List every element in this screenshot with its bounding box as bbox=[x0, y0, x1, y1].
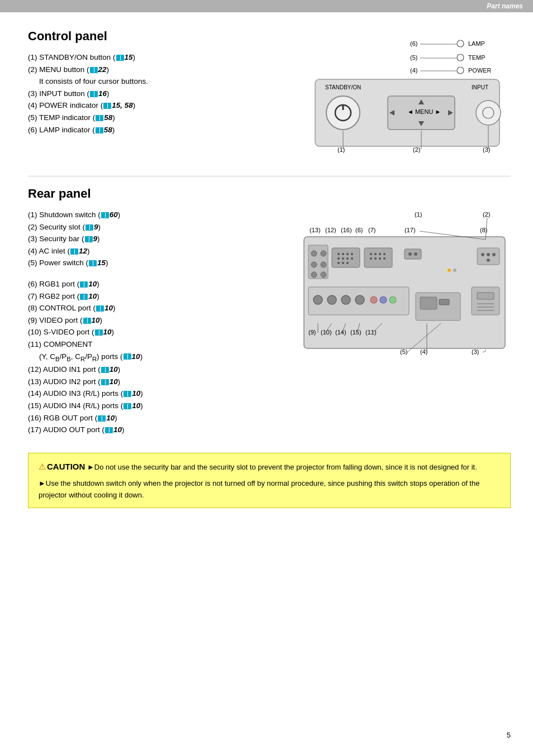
svg-point-54 bbox=[351, 253, 353, 255]
list-item: (6) LAMP indicator (58) bbox=[28, 124, 287, 136]
svg-text:(10): (10) bbox=[321, 329, 332, 336]
svg-point-52 bbox=[342, 253, 344, 255]
svg-text:(9): (9) bbox=[308, 329, 316, 336]
svg-point-43 bbox=[311, 251, 317, 256]
book-icon bbox=[123, 353, 131, 360]
svg-point-61 bbox=[346, 262, 349, 264]
svg-rect-49 bbox=[332, 248, 360, 267]
book-icon bbox=[90, 67, 98, 73]
list-item-indent: (Y, CB/PB, CR/PR) ports (10) bbox=[28, 351, 282, 364]
svg-text:(6): (6) bbox=[355, 227, 363, 233]
control-panel-list: (1) STANDBY/ON button (15) (2) MENU butt… bbox=[28, 51, 287, 136]
svg-point-15 bbox=[326, 96, 360, 130]
book-icon bbox=[116, 55, 124, 61]
svg-point-57 bbox=[346, 257, 349, 260]
svg-text:TEMP: TEMP bbox=[468, 54, 486, 61]
svg-point-55 bbox=[337, 257, 340, 260]
list-item: (3) INPUT button (16) bbox=[28, 88, 287, 100]
caution-line2: ►Use the shutdown switch only when the p… bbox=[39, 478, 500, 501]
svg-text:STANDBY/ON: STANDBY/ON bbox=[325, 84, 361, 90]
list-item: (17) AUDIO OUT port (10) bbox=[28, 424, 282, 436]
caution-title: CAUTION bbox=[47, 462, 85, 471]
svg-point-72 bbox=[414, 252, 417, 256]
svg-text:(6): (6) bbox=[410, 40, 417, 47]
svg-text:(5): (5) bbox=[410, 54, 417, 61]
list-item: (7) RGB2 port (10) bbox=[28, 290, 282, 303]
svg-point-79 bbox=[313, 295, 322, 304]
control-panel-svg: (6) (5) (4) LAMP TEMP POWER S bbox=[298, 29, 511, 157]
svg-text:(3): (3) bbox=[483, 146, 490, 153]
list-item: (5) TEMP indicator (58) bbox=[28, 112, 287, 124]
rear-panel-title: Rear panel bbox=[28, 186, 511, 201]
book-icon bbox=[123, 403, 131, 409]
svg-point-47 bbox=[311, 272, 317, 277]
svg-text:(14): (14) bbox=[335, 329, 346, 336]
book-icon bbox=[89, 260, 97, 266]
list-item: (11) COMPONENT bbox=[28, 338, 282, 351]
svg-point-81 bbox=[341, 295, 350, 304]
list-item: (6) RGB1 port (10) bbox=[28, 278, 282, 290]
list-item: (15) AUDIO IN4 (R/L) ports (10) bbox=[28, 400, 282, 412]
header-label: Part names bbox=[487, 2, 523, 10]
svg-text:LAMP: LAMP bbox=[468, 40, 485, 47]
section-divider bbox=[28, 176, 511, 176]
svg-point-45 bbox=[311, 262, 317, 267]
list-item: (13) AUDIO IN2 port (10) bbox=[28, 376, 282, 388]
svg-point-48 bbox=[321, 272, 326, 277]
caution-text1: ►Do not use the security bar and the sec… bbox=[87, 463, 477, 471]
list-item: (8) CONTROL port (10) bbox=[28, 302, 282, 314]
svg-point-71 bbox=[408, 252, 412, 256]
svg-point-62 bbox=[370, 253, 372, 255]
svg-point-24 bbox=[476, 101, 501, 125]
list-item: (1) STANDBY/ON button (15) bbox=[28, 51, 287, 64]
svg-point-51 bbox=[337, 253, 340, 255]
svg-point-68 bbox=[379, 257, 381, 260]
rear-panel-content: (1) Shutdown switch (60) (2) Security sl… bbox=[28, 209, 511, 436]
svg-rect-92 bbox=[477, 293, 494, 299]
svg-point-7 bbox=[457, 67, 464, 74]
book-icon bbox=[80, 294, 88, 300]
svg-text:INPUT: INPUT bbox=[472, 84, 488, 90]
svg-point-64 bbox=[379, 253, 381, 255]
book-icon bbox=[101, 212, 109, 218]
svg-text:(1): (1) bbox=[415, 211, 422, 218]
book-icon bbox=[83, 318, 91, 324]
book-icon bbox=[96, 127, 103, 133]
list-item: (14) AUDIO IN3 (R/L) ports (10) bbox=[28, 387, 282, 400]
svg-point-46 bbox=[321, 262, 326, 267]
control-panel-title: Control panel bbox=[28, 29, 287, 44]
book-icon bbox=[123, 391, 131, 397]
book-icon bbox=[103, 103, 111, 109]
svg-point-66 bbox=[370, 257, 372, 260]
control-panel-diagram: (6) (5) (4) LAMP TEMP POWER S bbox=[298, 29, 511, 159]
svg-text:◄ MENU ►: ◄ MENU ► bbox=[407, 108, 441, 115]
svg-text:(3): (3) bbox=[472, 348, 479, 355]
list-item: (9) VIDEO port (10) bbox=[28, 314, 282, 327]
svg-text:(5): (5) bbox=[400, 348, 407, 355]
svg-text:(11): (11) bbox=[365, 329, 377, 336]
svg-point-90 bbox=[453, 269, 456, 272]
book-icon bbox=[90, 91, 98, 97]
svg-text:(4): (4) bbox=[410, 67, 417, 74]
caution-line1: ⚠CAUTION ►Do not use the security bar an… bbox=[39, 460, 500, 473]
svg-point-60 bbox=[342, 262, 344, 264]
svg-rect-70 bbox=[404, 249, 421, 259]
svg-point-58 bbox=[351, 257, 353, 260]
svg-point-67 bbox=[374, 257, 377, 260]
rear-panel-text: (1) Shutdown switch (60) (2) Security sl… bbox=[28, 209, 282, 436]
svg-point-3 bbox=[457, 40, 464, 47]
svg-point-80 bbox=[327, 295, 336, 304]
book-icon bbox=[70, 248, 78, 255]
book-icon bbox=[85, 236, 93, 242]
svg-point-77 bbox=[487, 259, 490, 262]
svg-rect-87 bbox=[420, 297, 437, 309]
header-bar: Part names bbox=[0, 0, 533, 12]
book-icon bbox=[80, 281, 88, 288]
svg-point-84 bbox=[380, 296, 387, 303]
svg-point-63 bbox=[374, 253, 377, 255]
caution-text2: ►Use the shutdown switch only when the p… bbox=[39, 479, 479, 499]
svg-text:(2): (2) bbox=[413, 146, 420, 153]
list-item-indent: It consists of four cursor buttons. bbox=[28, 75, 287, 88]
svg-point-44 bbox=[321, 251, 326, 256]
svg-text:(7): (7) bbox=[368, 227, 375, 233]
